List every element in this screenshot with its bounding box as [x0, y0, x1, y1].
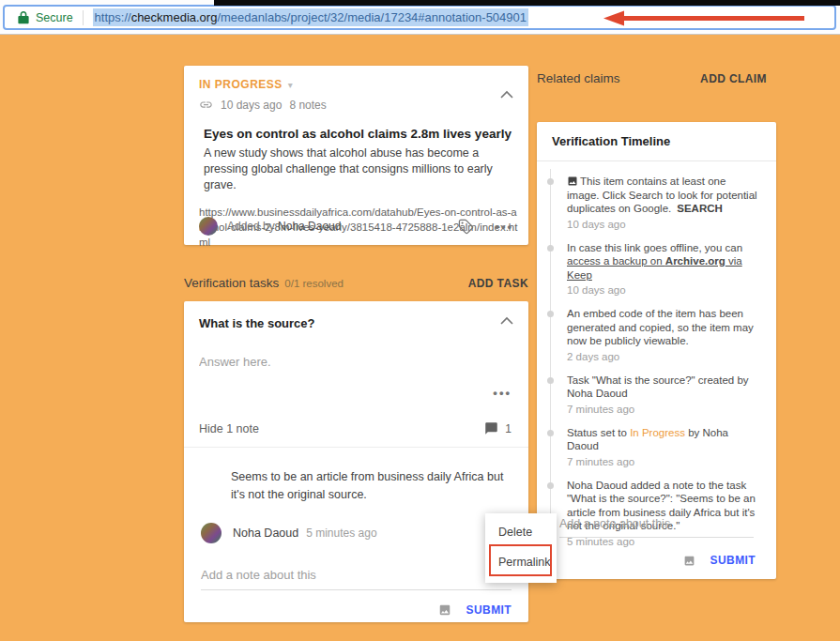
timeline-item-time: 2 days ago	[567, 350, 761, 363]
divider	[83, 10, 84, 25]
caret-down-icon[interactable]: ▾	[288, 80, 293, 90]
image-icon	[567, 176, 578, 187]
window-top-strip	[214, 0, 840, 6]
timeline-add-note-input[interactable]	[559, 517, 754, 538]
image-icon[interactable]	[683, 555, 695, 567]
hide-note-toggle[interactable]: Hide 1 note	[199, 422, 484, 435]
timeline-dot	[547, 178, 554, 185]
divider	[184, 447, 528, 448]
added-by-name[interactable]: Noha Daoud	[278, 220, 341, 233]
url-text[interactable]: https://checkmedia.org/meedanlabs/projec…	[93, 8, 528, 26]
lock-icon	[18, 11, 29, 24]
timeline-item: Status set to In Progress by Noha Daoud …	[567, 426, 761, 468]
browser-address-bar: Secure https://checkmedia.org/meedanlabs…	[0, 0, 840, 35]
verification-timeline-card: Verification Timeline This item contains…	[537, 122, 776, 579]
note-time: 5 minutes ago	[306, 527, 376, 540]
submit-button[interactable]: SUBMIT	[466, 603, 512, 617]
note-context-menu: Delete Permalink	[485, 513, 557, 583]
add-task-button[interactable]: ADD TASK	[468, 277, 528, 290]
timeline-dot	[547, 377, 554, 384]
answer-input[interactable]	[199, 355, 509, 369]
task-card: What is the source? ••• Hide 1 note 1 Se…	[184, 301, 528, 622]
status-badge[interactable]: IN PROGRESS	[199, 78, 283, 91]
note-author[interactable]: Noha Daoud	[233, 527, 298, 540]
timeline-item-time: 7 minutes ago	[567, 455, 761, 468]
secure-label: Secure	[36, 11, 73, 24]
timeline-item-text: Status set to In Progress by Noha Daoud	[567, 426, 761, 453]
timeline-item: An embed code of the item has been gener…	[567, 307, 761, 363]
timeline-item: In case this link goes offline, you can …	[567, 241, 761, 298]
related-claims-title: Related claims	[537, 71, 620, 85]
more-icon[interactable]: •••	[493, 386, 512, 400]
url-scheme: https://	[95, 10, 131, 24]
media-description: A new study shows that alcohol abuse has…	[199, 145, 518, 193]
avatar[interactable]	[199, 217, 218, 236]
timeline-dot	[547, 311, 554, 317]
timeline-item-text: An embed code of the item has been gener…	[567, 307, 761, 348]
menu-item-delete[interactable]: Delete	[485, 517, 557, 547]
timeline-item: This item contains at least one image. C…	[567, 175, 761, 231]
media-notes-count: 8 notes	[289, 99, 326, 112]
url-domain: checkmedia.org	[131, 10, 218, 24]
timeline-item-time: 10 days ago	[567, 283, 761, 297]
more-icon[interactable]: •••	[495, 220, 513, 234]
image-icon[interactable]	[438, 603, 451, 617]
related-claims-header: Related claims ADD CLAIM	[537, 71, 767, 85]
timeline-item: Task "What is the source?" created by No…	[567, 374, 761, 416]
added-by-label: Added by Noha Daoud	[227, 220, 341, 233]
note-count: 1	[505, 422, 512, 435]
page: Secure https://checkmedia.org/meedanlabs…	[0, 0, 840, 641]
media-card: IN PROGRESS ▾ 10 days ago 8 notes Eyes o…	[184, 66, 528, 245]
timeline-item-text: This item contains at least one image. C…	[567, 175, 761, 216]
chevron-up-icon[interactable]	[500, 316, 513, 325]
timeline-dot	[547, 430, 554, 436]
tasks-resolved-count: 0/1 resolved	[284, 278, 344, 289]
search-button[interactable]: SEARCH	[677, 203, 723, 214]
timeline-item-text: Task "What is the source?" created by No…	[567, 374, 761, 401]
tag-icon[interactable]	[458, 219, 474, 235]
timeline-title: Verification Timeline	[537, 122, 776, 161]
media-created-time: 10 days ago	[221, 99, 282, 112]
timeline-item-time: 10 days ago	[567, 218, 761, 231]
comment-icon[interactable]	[484, 421, 498, 435]
task-question: What is the source?	[199, 316, 500, 330]
timeline-item-time: 7 minutes ago	[567, 403, 761, 416]
avatar[interactable]	[201, 523, 221, 543]
tasks-title: Verification tasks	[184, 276, 279, 290]
url-path: /meedanlabs/project/32/media/17234#annot…	[217, 10, 527, 24]
timeline-item-text: In case this link goes offline, you can …	[567, 241, 761, 282]
task-note-text: Seems to be an article from business dai…	[184, 468, 528, 504]
archive-backup-link[interactable]: access a backup on Archive.org via Keep	[567, 255, 742, 281]
timeline-line	[550, 169, 551, 533]
status-in-progress-text: In Progress	[630, 427, 685, 438]
chevron-up-icon[interactable]	[500, 90, 513, 99]
add-claim-button[interactable]: ADD CLAIM	[700, 72, 767, 85]
link-icon	[199, 98, 213, 112]
menu-item-permalink[interactable]: Permalink	[485, 547, 557, 577]
add-note-input[interactable]	[201, 568, 512, 590]
timeline-dot	[547, 482, 554, 489]
tasks-header: Verification tasks 0/1 resolved ADD TASK	[184, 276, 528, 290]
media-title: Eyes on control as alcohol claims 2.8m l…	[199, 127, 513, 141]
red-arrow-annotation	[603, 10, 810, 26]
timeline-submit-button[interactable]: SUBMIT	[710, 554, 756, 567]
timeline-dot	[547, 245, 554, 252]
